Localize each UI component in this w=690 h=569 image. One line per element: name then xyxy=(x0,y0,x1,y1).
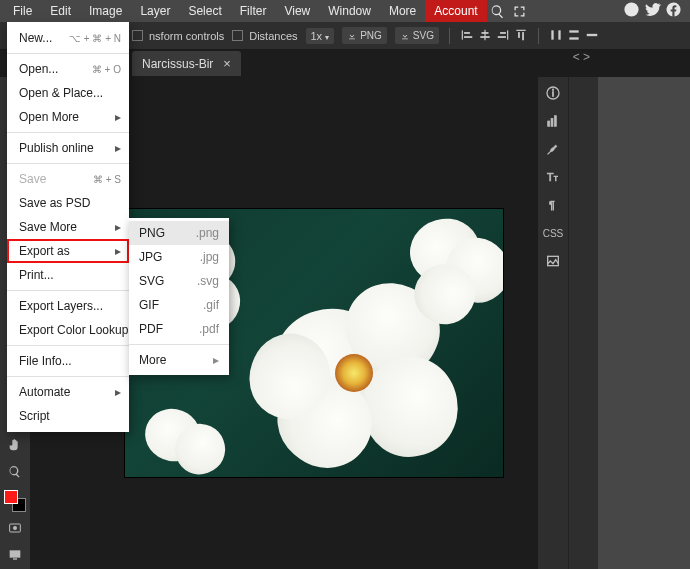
file-new[interactable]: New...⌥ + ⌘ + N xyxy=(7,26,129,50)
screen-mode-icon[interactable] xyxy=(3,544,27,566)
menu-view[interactable]: View xyxy=(275,0,319,22)
svg-text:T: T xyxy=(547,171,554,183)
file-save-more[interactable]: Save More▸ xyxy=(7,215,129,239)
svg-rect-14 xyxy=(558,30,560,39)
reddit-icon[interactable] xyxy=(623,1,640,21)
svg-rect-24 xyxy=(552,89,553,90)
quick-export-svg-button[interactable]: SVG xyxy=(395,27,439,44)
document-tab[interactable]: Narcissus-Bir × xyxy=(132,51,241,76)
right-panel-strip-1: TT ¶ CSS xyxy=(538,77,568,569)
svg-rect-7 xyxy=(507,30,508,39)
svg-rect-27 xyxy=(554,116,556,127)
right-panel-strip-2 xyxy=(568,77,598,569)
file-export-color-lookup[interactable]: Export Color Lookup... xyxy=(7,318,129,342)
file-automate[interactable]: Automate▸ xyxy=(7,380,129,404)
export-as-jpg[interactable]: JPG.jpg xyxy=(129,245,229,269)
align-top-icon[interactable] xyxy=(514,28,528,44)
file-export-as[interactable]: Export as▸ xyxy=(7,239,129,263)
zoom-level[interactable]: 1x ▾ xyxy=(306,28,335,44)
distribute-buttons xyxy=(549,28,599,44)
export-as-more[interactable]: More▸ xyxy=(129,348,229,372)
menu-edit[interactable]: Edit xyxy=(41,0,80,22)
svg-rect-16 xyxy=(569,37,578,39)
transform-controls-label: nsform controls xyxy=(149,30,224,42)
facebook-icon[interactable] xyxy=(665,1,682,21)
svg-rect-21 xyxy=(13,558,17,559)
code-view-icon[interactable]: < > xyxy=(573,50,590,64)
distribute-icon-1[interactable] xyxy=(549,28,563,44)
paragraph-panel-icon[interactable]: ¶ xyxy=(543,195,563,215)
file-save: Save⌘ + S xyxy=(7,167,129,191)
menu-select[interactable]: Select xyxy=(179,0,230,22)
svg-rect-17 xyxy=(587,33,598,35)
file-menu-dropdown: New...⌥ + ⌘ + N Open...⌘ + O Open & Plac… xyxy=(7,22,129,432)
export-as-svg[interactable]: SVG.svg xyxy=(129,269,229,293)
close-tab-icon[interactable]: × xyxy=(223,56,231,71)
quick-export-png-button[interactable]: PNG xyxy=(342,27,387,44)
hand-tool-icon[interactable] xyxy=(3,434,27,456)
svg-rect-12 xyxy=(522,32,524,40)
histogram-panel-icon[interactable] xyxy=(543,111,563,131)
svg-rect-26 xyxy=(551,118,553,126)
svg-rect-4 xyxy=(484,29,485,40)
svg-rect-1 xyxy=(462,30,463,39)
export-as-png[interactable]: PNG.png xyxy=(129,221,229,245)
svg-rect-5 xyxy=(481,32,488,34)
svg-rect-13 xyxy=(551,30,553,39)
css-panel-icon[interactable]: CSS xyxy=(543,223,563,243)
align-center-h-icon[interactable] xyxy=(478,28,492,44)
svg-rect-10 xyxy=(516,29,525,30)
distribute-icon-2[interactable] xyxy=(567,28,581,44)
menu-filter[interactable]: Filter xyxy=(231,0,276,22)
align-left-icon[interactable] xyxy=(460,28,474,44)
menu-layer[interactable]: Layer xyxy=(131,0,179,22)
export-as-submenu: PNG.png JPG.jpg SVG.svg GIF.gif PDF.pdf … xyxy=(129,218,229,375)
zoom-tool-icon[interactable] xyxy=(3,461,27,483)
svg-text:T: T xyxy=(554,175,558,182)
svg-rect-9 xyxy=(498,36,506,38)
svg-rect-6 xyxy=(480,36,489,38)
export-as-gif[interactable]: GIF.gif xyxy=(129,293,229,317)
svg-rect-2 xyxy=(464,32,470,34)
svg-point-0 xyxy=(624,2,638,16)
svg-point-19 xyxy=(13,526,17,530)
svg-rect-25 xyxy=(548,121,550,126)
menu-image[interactable]: Image xyxy=(80,0,131,22)
brush-panel-icon[interactable] xyxy=(543,139,563,159)
file-open-more[interactable]: Open More▸ xyxy=(7,105,129,129)
image-panel-icon[interactable] xyxy=(543,251,563,271)
file-file-info[interactable]: File Info... xyxy=(7,349,129,373)
menu-more[interactable]: More xyxy=(380,0,425,22)
align-buttons xyxy=(460,28,528,44)
export-as-pdf[interactable]: PDF.pdf xyxy=(129,317,229,341)
file-script[interactable]: Script xyxy=(7,404,129,428)
file-export-layers[interactable]: Export Layers... xyxy=(7,294,129,318)
file-open-place[interactable]: Open & Place... xyxy=(7,81,129,105)
distribute-icon-3[interactable] xyxy=(585,28,599,44)
quickmask-icon[interactable] xyxy=(3,517,27,539)
svg-rect-3 xyxy=(464,36,472,38)
distances-label: Distances xyxy=(249,30,297,42)
menu-file[interactable]: File xyxy=(4,0,41,22)
twitter-icon[interactable] xyxy=(644,1,661,21)
transform-controls-toggle[interactable]: nsform controls xyxy=(132,30,224,42)
menu-account[interactable]: Account xyxy=(425,0,486,22)
file-open[interactable]: Open...⌘ + O xyxy=(7,57,129,81)
search-icon[interactable] xyxy=(487,0,509,22)
info-panel-icon[interactable] xyxy=(543,83,563,103)
color-swatches[interactable] xyxy=(4,490,26,512)
svg-rect-11 xyxy=(518,32,520,38)
svg-rect-23 xyxy=(552,92,553,97)
svg-rect-20 xyxy=(10,550,21,557)
file-publish-online[interactable]: Publish online▸ xyxy=(7,136,129,160)
document-tab-title: Narcissus-Bir xyxy=(142,57,213,71)
character-panel-icon[interactable]: TT xyxy=(543,167,563,187)
svg-rect-8 xyxy=(500,32,506,34)
distances-toggle[interactable]: Distances xyxy=(232,30,297,42)
file-print[interactable]: Print... xyxy=(7,263,129,287)
fullscreen-icon[interactable] xyxy=(509,0,531,22)
svg-rect-15 xyxy=(569,30,578,32)
file-save-as-psd[interactable]: Save as PSD xyxy=(7,191,129,215)
align-right-icon[interactable] xyxy=(496,28,510,44)
menu-window[interactable]: Window xyxy=(319,0,380,22)
